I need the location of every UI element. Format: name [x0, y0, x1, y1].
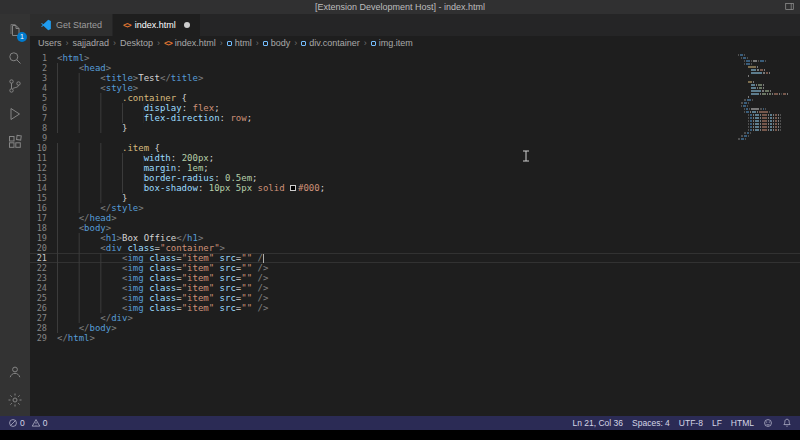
activity-run-and-debug[interactable]	[0, 100, 30, 128]
line-number[interactable]: 19	[30, 233, 57, 243]
code-line-8[interactable]: 8}	[30, 123, 800, 133]
activity-source-control[interactable]	[0, 72, 30, 100]
code-line-6[interactable]: 6display: flex;	[30, 103, 800, 113]
line-content: <head>	[57, 63, 800, 73]
minimap[interactable]	[736, 50, 798, 145]
code-line-3[interactable]: 3<title>Test</title>	[30, 73, 800, 83]
code-line-21[interactable]: 21<img class="item" src="" /	[30, 253, 800, 263]
code-line-7[interactable]: 7flex-direction: row;	[30, 113, 800, 123]
line-number[interactable]: 7	[30, 113, 57, 123]
code-line-1[interactable]: 1<html>	[30, 53, 800, 63]
line-number[interactable]: 16	[30, 203, 57, 213]
minimap-line	[738, 87, 796, 89]
breadcrumb-item-body[interactable]: body	[263, 38, 291, 48]
breadcrumb-label: img.item	[379, 38, 413, 48]
line-number[interactable]: 13	[30, 173, 57, 183]
line-content: </head>	[57, 213, 800, 223]
line-number[interactable]: 22	[30, 263, 57, 273]
line-number[interactable]: 4	[30, 83, 57, 93]
line-number[interactable]: 3	[30, 73, 57, 83]
code-line-20[interactable]: 20<div class="container">	[30, 243, 800, 253]
line-number[interactable]: 11	[30, 153, 57, 163]
code-line-17[interactable]: 17</head>	[30, 213, 800, 223]
code-line-5[interactable]: 5.container {	[30, 93, 800, 103]
breadcrumb-label: Users	[38, 38, 62, 48]
code-line-28[interactable]: 28</body>	[30, 323, 800, 333]
code-line-15[interactable]: 15}	[30, 193, 800, 203]
breadcrumb-item-sajjadrad[interactable]: sajjadrad	[73, 38, 110, 48]
activity-settings[interactable]	[0, 386, 30, 414]
code-line-13[interactable]: 13border-radius: 0.5em;	[30, 173, 800, 183]
code-line-4[interactable]: 4<style>	[30, 83, 800, 93]
code-line-2[interactable]: 2<head>	[30, 63, 800, 73]
line-number[interactable]: 25	[30, 293, 57, 303]
breadcrumb-item-index-html[interactable]: <>index.html	[164, 38, 216, 48]
line-content: box-shadow: 10px 5px solid #000;	[57, 183, 800, 193]
breadcrumb-item-desktop[interactable]: Desktop	[120, 38, 153, 48]
feedback-icon[interactable]	[763, 418, 773, 428]
code-line-10[interactable]: 10.item {	[30, 143, 800, 153]
editor[interactable]: 1<html>2<head>3<title>Test</title>4<styl…	[30, 50, 800, 416]
language-mode[interactable]: HTML	[731, 418, 754, 428]
code-line-27[interactable]: 27</div>	[30, 313, 800, 323]
tab-label: Get Started	[56, 20, 102, 30]
line-number[interactable]: 9	[30, 133, 57, 143]
breadcrumb-item-html[interactable]: html	[227, 38, 252, 48]
problems-indicator[interactable]: 0 0	[8, 418, 47, 428]
line-number[interactable]: 1	[30, 53, 57, 63]
bell-icon[interactable]	[782, 418, 792, 428]
code-line-26[interactable]: 26<img class="item" src="" />	[30, 303, 800, 313]
code-line-9[interactable]: 9	[30, 133, 800, 143]
indentation-setting[interactable]: Spaces: 4	[632, 418, 670, 428]
line-number[interactable]: 12	[30, 163, 57, 173]
code-line-19[interactable]: 19<h1>Box Office</h1>	[30, 233, 800, 243]
tab-index-html[interactable]: <>index.html	[113, 14, 201, 36]
error-icon	[8, 418, 18, 428]
line-number[interactable]: 5	[30, 93, 57, 103]
eol-setting[interactable]: LF	[712, 418, 722, 428]
breadcrumb-item-img-item[interactable]: img.item	[371, 38, 413, 48]
line-number[interactable]: 29	[30, 333, 57, 343]
activity-search[interactable]	[0, 44, 30, 72]
minimap-line	[738, 129, 796, 131]
line-number[interactable]: 24	[30, 283, 57, 293]
activity-accounts[interactable]	[0, 358, 30, 386]
code-line-24[interactable]: 24<img class="item" src="" />	[30, 283, 800, 293]
line-number[interactable]: 17	[30, 213, 57, 223]
line-content: <img class="item" src="" />	[57, 273, 800, 283]
line-number[interactable]: 27	[30, 313, 57, 323]
code-line-12[interactable]: 12margin: 1em;	[30, 163, 800, 173]
color-swatch[interactable]	[290, 185, 296, 191]
line-number[interactable]: 8	[30, 123, 57, 133]
code-line-11[interactable]: 11width: 200px;	[30, 153, 800, 163]
indent-guides	[57, 263, 122, 273]
line-number[interactable]: 26	[30, 303, 57, 313]
line-number[interactable]: 23	[30, 273, 57, 283]
activity-explorer[interactable]: 1	[0, 16, 30, 44]
line-number[interactable]: 2	[30, 63, 57, 73]
code-line-16[interactable]: 16</style>	[30, 203, 800, 213]
cursor-position[interactable]: Ln 21, Col 36	[572, 418, 623, 428]
code-line-22[interactable]: 22<img class="item" src="" />	[30, 263, 800, 273]
line-number[interactable]: 18	[30, 223, 57, 233]
code-line-29[interactable]: 29</html>	[30, 333, 800, 343]
line-number[interactable]: 10	[30, 143, 57, 153]
line-number[interactable]: 14	[30, 183, 57, 193]
breadcrumb-item-div-container[interactable]: div.container	[301, 38, 359, 48]
code-line-14[interactable]: 14box-shadow: 10px 5px solid #000;	[30, 183, 800, 193]
layout-toggle-icon[interactable]	[784, 1, 795, 12]
line-number[interactable]: 21	[30, 253, 57, 263]
code-line-18[interactable]: 18<body>	[30, 223, 800, 233]
tab-get-started[interactable]: Get Started	[30, 14, 113, 36]
code-line-25[interactable]: 25<img class="item" src="" />	[30, 293, 800, 303]
mouse-text-cursor	[522, 150, 530, 164]
code-line-23[interactable]: 23<img class="item" src="" />	[30, 273, 800, 283]
breadcrumb-item-users[interactable]: Users	[38, 38, 62, 48]
line-number[interactable]: 6	[30, 103, 57, 113]
line-number[interactable]: 28	[30, 323, 57, 333]
modified-indicator[interactable]	[184, 22, 190, 28]
activity-extensions[interactable]	[0, 128, 30, 156]
line-number[interactable]: 15	[30, 193, 57, 203]
encoding-setting[interactable]: UTF-8	[679, 418, 703, 428]
line-number[interactable]: 20	[30, 243, 57, 253]
